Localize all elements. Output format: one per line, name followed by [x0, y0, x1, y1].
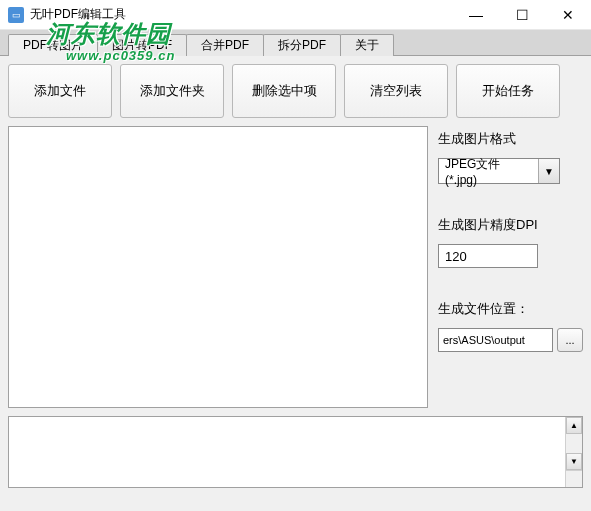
format-group: 生成图片格式 JPEG文件(*.jpg) ▼ — [438, 130, 583, 184]
client-area: 添加文件 添加文件夹 删除选中项 清空列表 开始任务 生成图片格式 JPEG文件… — [0, 56, 591, 511]
add-folder-button[interactable]: 添加文件夹 — [120, 64, 224, 118]
close-button[interactable]: ✕ — [545, 0, 591, 30]
titlebar: ▭ 无叶PDF编辑工具 — ☐ ✕ — [0, 0, 591, 30]
tabbar: PDF转图片 图片转PDF 合并PDF 拆分PDF 关于 — [0, 30, 591, 56]
tab-about[interactable]: 关于 — [340, 34, 394, 56]
path-row: ers\ASUS\output ... — [438, 328, 583, 352]
dpi-group: 生成图片精度DPI — [438, 216, 583, 268]
path-group: 生成文件位置： ers\ASUS\output ... — [438, 300, 583, 352]
clear-list-button[interactable]: 清空列表 — [344, 64, 448, 118]
app-icon: ▭ — [8, 7, 24, 23]
log-area[interactable]: ▲ ▼ — [8, 416, 583, 488]
scroll-down-icon[interactable]: ▼ — [566, 453, 582, 470]
main-row: 生成图片格式 JPEG文件(*.jpg) ▼ 生成图片精度DPI 生成文件位置：… — [8, 126, 583, 408]
window-controls: — ☐ ✕ — [453, 0, 591, 30]
format-label: 生成图片格式 — [438, 130, 583, 148]
tab-pdf-to-image[interactable]: PDF转图片 — [8, 34, 98, 56]
dpi-input[interactable] — [438, 244, 538, 268]
vertical-scrollbar[interactable]: ▲ ▼ — [565, 417, 582, 470]
side-panel: 生成图片格式 JPEG文件(*.jpg) ▼ 生成图片精度DPI 生成文件位置：… — [438, 126, 583, 408]
start-task-button[interactable]: 开始任务 — [456, 64, 560, 118]
file-list[interactable] — [8, 126, 428, 408]
path-label: 生成文件位置： — [438, 300, 583, 318]
delete-selected-button[interactable]: 删除选中项 — [232, 64, 336, 118]
path-input[interactable]: ers\ASUS\output — [438, 328, 553, 352]
scroll-up-icon[interactable]: ▲ — [566, 417, 582, 434]
tab-merge-pdf[interactable]: 合并PDF — [186, 34, 264, 56]
toolbar: 添加文件 添加文件夹 删除选中项 清空列表 开始任务 — [8, 64, 583, 118]
window-title: 无叶PDF编辑工具 — [30, 6, 126, 23]
tab-split-pdf[interactable]: 拆分PDF — [263, 34, 341, 56]
minimize-button[interactable]: — — [453, 0, 499, 30]
tab-image-to-pdf[interactable]: 图片转PDF — [97, 34, 187, 56]
chevron-down-icon: ▼ — [539, 159, 559, 183]
maximize-button[interactable]: ☐ — [499, 0, 545, 30]
add-file-button[interactable]: 添加文件 — [8, 64, 112, 118]
scroll-track[interactable] — [566, 434, 582, 453]
format-select[interactable]: JPEG文件(*.jpg) ▼ — [438, 158, 560, 184]
format-value: JPEG文件(*.jpg) — [439, 159, 539, 183]
browse-button[interactable]: ... — [557, 328, 583, 352]
dpi-label: 生成图片精度DPI — [438, 216, 583, 234]
scroll-corner — [565, 470, 582, 487]
